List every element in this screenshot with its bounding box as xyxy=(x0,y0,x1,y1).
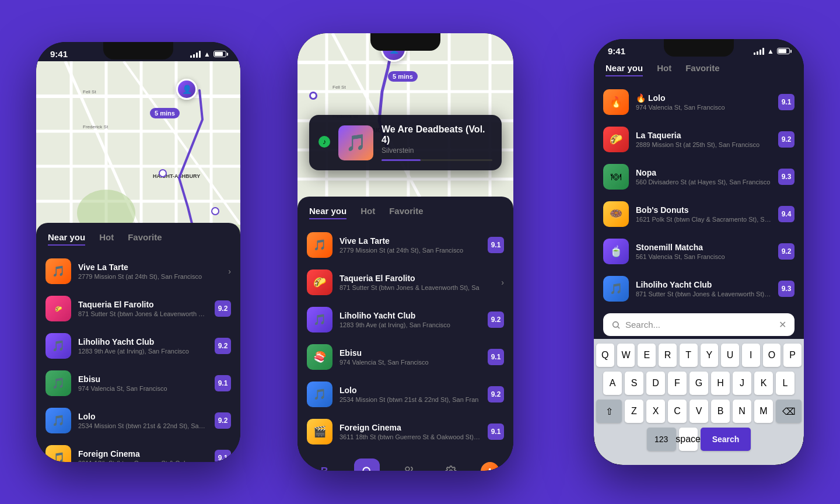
venue-item[interactable]: 🎵 Liholiho Yacht Club 1283 9th Ave (at I… xyxy=(36,327,240,365)
venue-arrow: › xyxy=(228,267,231,276)
venue-item[interactable]: 🎵 Ebisu 974 Valencia St, San Francisco 9… xyxy=(36,365,240,402)
key-g[interactable]: G xyxy=(690,372,708,395)
tab-hot-left[interactable]: Hot xyxy=(99,232,114,246)
key-l[interactable]: L xyxy=(776,372,794,395)
key-numbers[interactable]: 123 xyxy=(647,428,676,451)
key-h[interactable]: H xyxy=(711,372,730,395)
key-t[interactable]: T xyxy=(680,344,698,367)
venue-item[interactable]: 🎵 Liholiho Yacht Club 871 Sutter St (btw… xyxy=(594,270,804,307)
venue-thumb: 🍵 xyxy=(603,239,629,264)
venue-thumb: 🌮 xyxy=(603,127,629,152)
venue-item[interactable]: 🎵 Lolo 2534 Mission St (btwn 21st & 22nd… xyxy=(298,376,513,413)
key-d[interactable]: D xyxy=(646,372,665,395)
key-s[interactable]: S xyxy=(625,372,643,395)
venue-item[interactable]: 🔥 🔥 Lolo 974 Valencia St, San Francisco … xyxy=(594,83,804,121)
key-c[interactable]: C xyxy=(668,400,687,423)
spotify-icon: ♪ xyxy=(318,136,330,148)
tab-near-you-left[interactable]: Near you xyxy=(48,232,85,246)
svg-point-40 xyxy=(450,470,453,471)
nav-avatar-center[interactable]: A xyxy=(481,462,499,471)
music-art: 🎵 xyxy=(338,125,373,160)
venue-item[interactable]: 🎵 Vive La Tarte 2779 Mission St (at 24th… xyxy=(298,226,513,264)
venue-item[interactable]: 🎵 Lolo 2534 Mission St (btwn 21st & 22nd… xyxy=(36,402,240,439)
venue-name: Liholiho Yacht Club xyxy=(78,337,208,346)
keyboard-row-1: Q W E R T Y U I O P xyxy=(596,344,802,367)
venue-address: 560 Divisadero St (at Hayes St), San Fra… xyxy=(636,178,771,186)
user-pin-left: 👤 xyxy=(176,79,197,100)
tab-near-you-right[interactable]: Near you xyxy=(606,63,643,76)
venue-thumb: 🌮 xyxy=(307,270,332,295)
nav-search-center[interactable] xyxy=(354,459,380,471)
clear-search-icon[interactable]: ✕ xyxy=(779,319,786,330)
key-z[interactable]: Z xyxy=(625,400,643,423)
venue-item[interactable]: 🍩 Bob's Donuts 1621 Polk St (btwn Clay &… xyxy=(594,195,804,233)
tab-hot-center[interactable]: Hot xyxy=(360,206,375,219)
time-badge-center: 5 mins xyxy=(388,71,418,82)
venue-name: Foreign Cinema xyxy=(78,449,208,459)
key-a[interactable]: A xyxy=(603,372,622,395)
venue-score: 9.2 xyxy=(488,312,504,328)
venue-name: La Taqueria xyxy=(636,131,771,140)
venue-item[interactable]: 🍽 Nopa 560 Divisadero St (at Hayes St), … xyxy=(594,158,804,195)
venue-item[interactable]: 🎵 Foreign Cinema 3611 18th St (btwn Guer… xyxy=(36,439,240,462)
key-space[interactable]: space xyxy=(679,428,698,451)
venue-thumb: 🎬 xyxy=(307,419,332,444)
key-v[interactable]: V xyxy=(690,400,708,423)
key-x[interactable]: X xyxy=(646,400,665,423)
venue-score: 9.3 xyxy=(778,281,794,297)
phones-container: 9:41 ▲ xyxy=(0,0,840,504)
venue-name: Nopa xyxy=(636,168,771,177)
tab-near-you-center[interactable]: Near you xyxy=(309,206,346,219)
key-u[interactable]: U xyxy=(721,344,739,367)
key-i[interactable]: I xyxy=(742,344,760,367)
key-j[interactable]: J xyxy=(733,372,751,395)
venue-item[interactable]: 🍵 Stonemill Matcha 561 Valencia St, San … xyxy=(594,233,804,270)
notch-left xyxy=(103,42,173,60)
venue-thumb: 🎵 xyxy=(46,445,71,462)
key-w[interactable]: W xyxy=(617,344,635,367)
venue-address: 1283 9th Ave (at Irving), San Francisco xyxy=(340,321,481,328)
search-icon-right xyxy=(611,320,621,330)
key-search-button[interactable]: Search xyxy=(701,428,751,451)
key-e[interactable]: E xyxy=(638,344,656,367)
list-panel-left: Near you Hot Favorite 🎵 Vive La Tarte 27… xyxy=(36,223,240,462)
venue-score: 9.4 xyxy=(778,206,794,222)
key-m[interactable]: M xyxy=(754,400,773,423)
signal-icon-left xyxy=(190,51,201,58)
venue-item[interactable]: 🎬 Foreign Cinema 3611 18th St (btwn Guer… xyxy=(298,413,513,450)
venue-item[interactable]: 🌮 La Taqueria 2889 Mission St (at 25th S… xyxy=(594,121,804,158)
tab-favorite-left[interactable]: Favorite xyxy=(128,232,162,246)
tab-favorite-center[interactable]: Favorite xyxy=(389,206,423,219)
venue-address: 3611 18th St (btwn Guerrero St & Oakwood… xyxy=(78,460,208,462)
keyboard-row-3: ⇧ Z X C V B N M ⌫ xyxy=(596,400,802,423)
search-bar-right[interactable]: Search... ✕ xyxy=(603,313,794,336)
venue-item[interactable]: 🌮 Taqueria El Farolito 871 Sutter St (bt… xyxy=(298,264,513,301)
nav-settings-center[interactable] xyxy=(438,459,464,471)
time-right: 9:41 xyxy=(608,46,625,56)
search-placeholder[interactable]: Search... xyxy=(625,320,774,330)
key-f[interactable]: F xyxy=(668,372,687,395)
venue-item[interactable]: 🥟 Yuanbao Jiaozi 9.2 xyxy=(594,307,804,309)
venue-thumb: 🎵 xyxy=(603,276,629,302)
tab-favorite-right[interactable]: Favorite xyxy=(685,63,719,76)
key-q[interactable]: Q xyxy=(596,344,614,367)
time-badge-left: 5 mins xyxy=(150,108,180,118)
key-b[interactable]: B xyxy=(711,400,730,423)
nav-friends-center[interactable] xyxy=(396,459,422,471)
key-p[interactable]: P xyxy=(783,344,802,367)
tab-hot-right[interactable]: Hot xyxy=(657,63,671,76)
key-k[interactable]: K xyxy=(754,372,773,395)
svg-text:Frederick St: Frederick St xyxy=(83,124,108,130)
venue-item[interactable]: 🌮 Taqueria El Farolito 871 Sutter St (bt… xyxy=(36,290,240,327)
venue-score: 9.2 xyxy=(215,300,231,317)
key-shift[interactable]: ⇧ xyxy=(596,400,622,423)
key-n[interactable]: N xyxy=(733,400,751,423)
key-y[interactable]: Y xyxy=(701,344,719,367)
nav-logo-center[interactable]: B xyxy=(312,459,337,471)
venue-item[interactable]: 🍣 Ebisu 974 Valencia St, San Francisco 9… xyxy=(298,338,513,376)
key-r[interactable]: R xyxy=(659,344,677,367)
venue-item[interactable]: 🎵 Liholiho Yacht Club 1283 9th Ave (at I… xyxy=(298,301,513,338)
venue-item[interactable]: 🎵 Vive La Tarte 2779 Mission St (at 24th… xyxy=(36,253,240,290)
key-o[interactable]: O xyxy=(763,344,781,367)
key-delete[interactable]: ⌫ xyxy=(776,400,802,423)
